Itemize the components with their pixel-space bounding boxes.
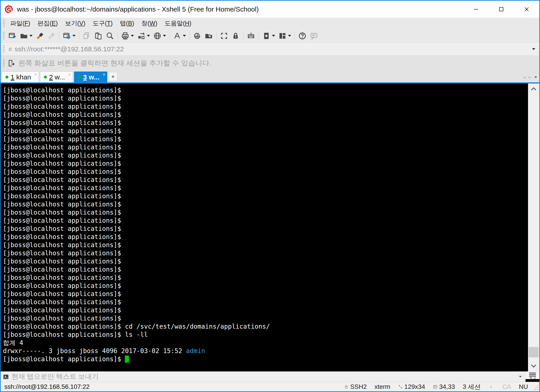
new-tab-button[interactable]: + — [108, 72, 117, 81]
terminal-line: [jboss@localhost applications]$ — [3, 274, 528, 282]
tab-list-dropdown-icon[interactable] — [534, 76, 537, 78]
session-properties-button[interactable] — [61, 31, 77, 41]
chevron-down-icon[interactable] — [530, 362, 537, 370]
window-gear-icon — [63, 32, 71, 40]
chevron-up-icon[interactable] — [530, 85, 537, 93]
web-button[interactable] — [152, 31, 168, 41]
resize-grip[interactable] — [533, 385, 538, 390]
keyboard-button[interactable] — [245, 31, 257, 41]
menu-bar: 파일(F)편집(E)보기(V)도구(T)탭(B)창(W)도움말(H) — [1, 18, 539, 29]
toolbar-separator — [295, 32, 295, 40]
tab-close-icon[interactable]: × — [68, 72, 71, 77]
status-num-indicator: NU — [519, 383, 528, 390]
paste-button[interactable] — [93, 31, 104, 41]
tab-close-icon[interactable]: × — [34, 72, 37, 77]
toolbar-separator — [189, 32, 190, 40]
tab-3[interactable]: 3 w...× — [74, 71, 107, 82]
tab-1[interactable]: 1 khan× — [2, 71, 39, 82]
transfer-button[interactable] — [135, 31, 152, 41]
session-export-icon — [7, 59, 15, 67]
chevron-down-icon[interactable] — [272, 35, 275, 37]
status-cursor-position: 34,33 — [433, 383, 455, 390]
sendbar-collapse-icon[interactable] — [519, 376, 522, 377]
print-button[interactable] — [120, 31, 135, 41]
menu-item-h[interactable]: 도움말(H) — [161, 18, 195, 29]
send-text-bar[interactable]: 현재 탭으로만 텍스트 보내기 1:/ — [1, 372, 539, 382]
layout-button[interactable] — [277, 31, 293, 41]
fullscreen-button[interactable] — [218, 31, 230, 41]
minimize-button[interactable] — [463, 1, 489, 18]
addressbar-drag-handle[interactable] — [3, 45, 5, 53]
find-button[interactable] — [104, 31, 116, 41]
tab-label: 1 khan — [11, 73, 31, 81]
tab-scroll-left-icon[interactable]: ◂ — [523, 74, 525, 80]
disconnect-button — [46, 31, 57, 41]
terminal-line: [jboss@localhost applications]$ — [3, 290, 528, 298]
feedback-button — [308, 31, 320, 41]
tab-scroll-right-icon[interactable]: ▸ — [529, 74, 531, 80]
plug-disconnect-icon — [47, 32, 56, 40]
connect-button[interactable] — [34, 31, 46, 41]
toolbar-drag-handle[interactable] — [3, 32, 5, 40]
scrollbar-thumb[interactable] — [529, 347, 539, 357]
folder-icon — [20, 32, 28, 40]
lock-button[interactable] — [230, 31, 241, 41]
status-scroll-arrows — [488, 384, 495, 389]
copy-button — [81, 31, 93, 41]
layout-icon — [278, 32, 287, 40]
chevron-down-icon[interactable] — [183, 35, 186, 37]
chevron-down-icon[interactable] — [163, 35, 166, 37]
terminal-line: [jboss@localhost applications]$ ls -ll — [3, 331, 528, 339]
xshell-button[interactable] — [191, 31, 203, 41]
chevron-down-icon[interactable] — [72, 35, 75, 37]
terminal-line: [jboss@localhost applications]$ — [3, 94, 528, 103]
chevron-down-icon[interactable] — [288, 35, 291, 37]
address-input[interactable]: ssh://root:******@192.168.56.107:22 — [15, 45, 531, 53]
terminal-line: [jboss@localhost applications]$ — [3, 160, 528, 168]
terminal-line: [jboss@localhost applications]$ — [3, 103, 528, 111]
terminal-line: [jboss@localhost applications]$ — [3, 249, 528, 257]
tab-close-icon[interactable]: × — [103, 72, 105, 77]
menubar-drag-handle[interactable] — [3, 20, 5, 27]
toolbar-separator — [170, 32, 170, 40]
terminal-line: [jboss@localhost applications]$ — [3, 241, 528, 249]
sendbar-menu[interactable]: 1:/ — [525, 372, 539, 382]
status-terminal-type: xterm — [374, 383, 390, 390]
chevron-down-icon[interactable] — [147, 35, 150, 37]
menu-item-e[interactable]: 편집(E) — [34, 18, 61, 29]
font-icon — [173, 32, 181, 40]
status-protocol: SSH2 — [344, 383, 367, 390]
infobar-drag-handle[interactable] — [3, 59, 5, 67]
menu-item-f[interactable]: 파일(F) — [7, 18, 34, 29]
window-plus-icon — [8, 32, 16, 40]
session-status-dot — [78, 75, 81, 79]
status-terminal-size: 129x34 — [398, 383, 425, 390]
terminal-scrollbar[interactable] — [528, 84, 539, 372]
help-button[interactable] — [297, 31, 308, 41]
open-session-button[interactable] — [18, 31, 34, 41]
chevron-down-icon[interactable] — [131, 35, 134, 37]
xftp-button[interactable] — [203, 31, 215, 41]
send-text-label: 현재 탭으로만 텍스트 보내기 — [11, 372, 99, 381]
menu-item-v[interactable]: 보기(V) — [61, 18, 89, 29]
address-dropdown-icon[interactable] — [532, 48, 535, 50]
new-file-button[interactable] — [261, 31, 277, 41]
terminal-line: [jboss@localhost applications]$ — [3, 192, 528, 200]
expand-icon — [220, 32, 228, 40]
protocol-icon — [344, 384, 349, 389]
terminal[interactable]: [jboss@localhost applications]$[jboss@lo… — [1, 84, 528, 372]
toolbar-separator — [59, 32, 59, 40]
maximize-button[interactable] — [489, 1, 514, 18]
font-button[interactable] — [171, 31, 188, 41]
address-bar[interactable]: ssh://root:******@192.168.56.107:22 — [1, 43, 539, 56]
status-bar: ssh://root@192.168.56.107:22 SSH2xterm12… — [1, 382, 539, 391]
menu-item-w[interactable]: 창(W) — [138, 18, 161, 29]
menu-item-t[interactable]: 도구(T) — [89, 18, 116, 29]
new-session-button[interactable] — [7, 31, 18, 41]
chevron-down-icon[interactable] — [30, 35, 33, 37]
menu-item-b[interactable]: 탭(B) — [116, 18, 138, 29]
terminal-line: [jboss@localhost applications]$ — [3, 306, 528, 314]
terminal-line: [jboss@localhost applications]$ — [3, 151, 528, 160]
close-button[interactable] — [514, 1, 539, 18]
tab-2[interactable]: 2 w...× — [40, 71, 73, 82]
